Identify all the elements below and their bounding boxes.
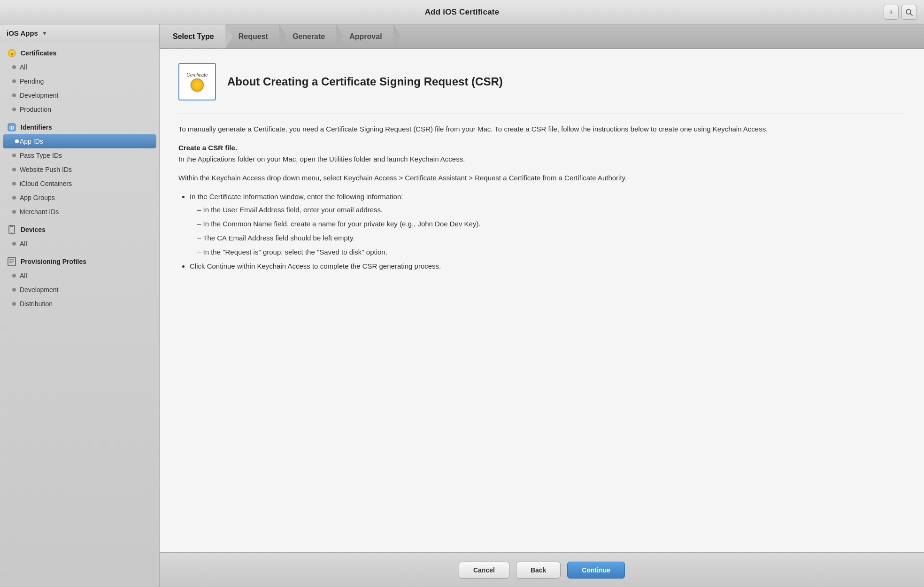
sidebar-item-label: All — [20, 63, 27, 71]
create-csr-section: Create a CSR file. In the Applications f… — [178, 142, 905, 165]
sub-item-3: The CA Email Address field should be lef… — [197, 232, 905, 244]
svg-rect-9 — [10, 226, 13, 227]
create-csr-body: In the Applications folder on your Mac, … — [178, 155, 465, 163]
sidebar-item-label: Pass Type IDs — [20, 152, 62, 159]
page-title: About Creating a Certificate Signing Req… — [227, 75, 503, 88]
sidebar-item-app-groups[interactable]: App Groups — [0, 191, 159, 205]
sidebar-item-prov-all[interactable]: All — [0, 269, 159, 283]
step-request[interactable]: Request — [225, 24, 279, 48]
step-generate[interactable]: Generate — [279, 24, 336, 48]
add-button[interactable]: + — [884, 5, 899, 20]
step-label: Request — [239, 32, 268, 41]
provisioning-section-title: Provisioning Profiles — [21, 258, 86, 265]
sidebar-item-label: Distribution — [20, 300, 53, 308]
steps-bar: Select Type Request Generate Approval — [160, 24, 924, 49]
bullet-item-1: In the Certificate Information window, e… — [190, 191, 905, 258]
cert-icon-inner: Certificate — [186, 72, 208, 92]
step-select-type[interactable]: Select Type — [160, 24, 225, 48]
sub-list-1: In the User Email Address field, enter y… — [197, 204, 905, 258]
certificates-section-header: ★ Certificates — [0, 42, 159, 60]
sidebar-item-cert-all[interactable]: All — [0, 60, 159, 74]
devices-section-title: Devices — [21, 226, 46, 233]
bullet-icon — [12, 242, 16, 246]
certificates-icon: ★ — [7, 48, 17, 58]
back-button[interactable]: Back — [516, 562, 561, 579]
create-csr-title: Create a CSR file. — [178, 144, 237, 152]
bottom-bar: Cancel Back Continue — [160, 552, 924, 587]
sidebar-item-cert-production[interactable]: Production — [0, 102, 159, 116]
bullet-icon — [15, 139, 19, 143]
title-bar: Add iOS Certificate + — [0, 0, 924, 24]
content-area: Select Type Request Generate Approval Ce… — [160, 24, 924, 587]
sidebar-item-cert-pending[interactable]: Pending — [0, 74, 159, 88]
bullet-icon — [12, 168, 16, 171]
bullet-icon — [12, 65, 16, 69]
main-content-area: Certificate About Creating a Certificate… — [160, 49, 924, 552]
bullet-icon — [12, 108, 16, 111]
cert-icon-text: Certificate — [186, 72, 208, 77]
step-approval[interactable]: Approval — [336, 24, 393, 48]
step-label: Generate — [293, 32, 325, 41]
identifiers-section-title: Identifiers — [21, 124, 52, 131]
divider — [178, 114, 905, 114]
certificate-icon: Certificate — [178, 63, 216, 100]
sidebar-item-label: Merchant IDs — [20, 208, 59, 216]
provisioning-section-header: Provisioning Profiles — [0, 251, 159, 269]
sidebar-item-label: iCloud Containers — [20, 180, 72, 187]
svg-text:★: ★ — [10, 52, 14, 56]
sidebar-item-cert-development[interactable]: Development — [0, 88, 159, 102]
svg-point-8 — [11, 232, 12, 233]
step-label: Approval — [349, 32, 382, 41]
svg-text:ID: ID — [9, 125, 14, 131]
svg-rect-10 — [8, 257, 15, 266]
sidebar-header: iOS Apps ▼ — [0, 24, 159, 42]
content-body: To manually generate a Certificate, you … — [178, 124, 905, 272]
continue-button[interactable]: Continue — [567, 562, 625, 579]
sidebar-item-app-ids[interactable]: App IDs — [3, 134, 156, 148]
sidebar-item-devices-all[interactable]: All — [0, 237, 159, 251]
sidebar-item-merchant-ids[interactable]: Merchant IDs — [0, 205, 159, 219]
window-title: Add iOS Certificate — [425, 8, 500, 17]
cert-seal — [191, 78, 204, 92]
cert-header: Certificate About Creating a Certificate… — [178, 63, 905, 100]
sidebar-item-label: Website Push IDs — [20, 166, 72, 173]
sub-item-2: In the Common Name field, create a name … — [197, 218, 905, 230]
bullet-icon — [12, 196, 16, 200]
devices-icon — [7, 224, 17, 235]
sidebar-item-label: All — [20, 240, 27, 247]
sidebar-dropdown-label: iOS Apps — [7, 29, 38, 37]
sidebar-item-label: Production — [20, 106, 51, 113]
bullet-list: In the Certificate Information window, e… — [190, 191, 905, 272]
sidebar: iOS Apps ▼ ★ Certificates All Pending — [0, 24, 160, 587]
main-layout: iOS Apps ▼ ★ Certificates All Pending — [0, 24, 924, 587]
sidebar-item-label: App Groups — [20, 194, 55, 201]
sidebar-item-label: App IDs — [20, 138, 43, 145]
sidebar-item-label: Development — [20, 286, 59, 294]
sidebar-dropdown[interactable]: iOS Apps ▼ — [7, 29, 47, 37]
sidebar-item-label: Pending — [20, 77, 44, 85]
search-button[interactable] — [901, 5, 916, 20]
sidebar-item-icloud-containers[interactable]: iCloud Containers — [0, 177, 159, 191]
identifiers-section-header: ID Identifiers — [0, 116, 159, 134]
svg-line-1 — [910, 14, 912, 15]
sidebar-item-label: Development — [20, 92, 59, 99]
provisioning-icon — [7, 256, 17, 267]
devices-section-header: Devices — [0, 219, 159, 237]
bullet-icon — [12, 274, 16, 278]
sidebar-item-prov-development[interactable]: Development — [0, 283, 159, 297]
identifiers-icon: ID — [7, 122, 17, 132]
sidebar-item-website-push-ids[interactable]: Website Push IDs — [0, 162, 159, 177]
step-label: Select Type — [173, 32, 214, 41]
bullet-icon — [12, 93, 16, 97]
bullet-icon — [12, 154, 16, 157]
sidebar-item-pass-type-ids[interactable]: Pass Type IDs — [0, 148, 159, 162]
cancel-button[interactable]: Cancel — [459, 562, 509, 579]
sidebar-item-prov-distribution[interactable]: Distribution — [0, 297, 159, 311]
bullet-icon — [12, 288, 16, 292]
paragraph-1: To manually generate a Certificate, you … — [178, 124, 905, 135]
paragraph-3: Within the Keychain Access drop down men… — [178, 172, 905, 184]
bullet-icon — [12, 79, 16, 83]
sidebar-item-label: All — [20, 272, 27, 279]
chevron-down-icon: ▼ — [42, 30, 47, 37]
bullet-icon — [12, 210, 16, 214]
